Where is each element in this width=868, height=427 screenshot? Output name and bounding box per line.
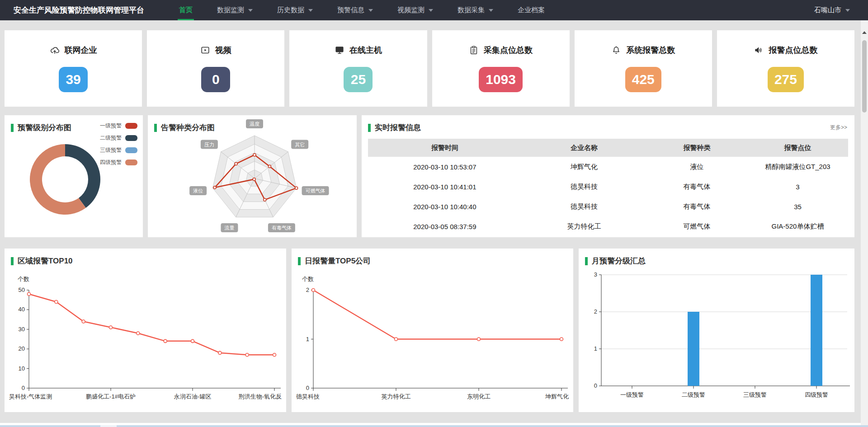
table-cell: 液位	[646, 157, 747, 177]
nav-item-label: 首页	[179, 6, 193, 14]
warning-level-pie-panel: 预警级别分布图 一级预警二级预警三级预警四级预警	[5, 115, 143, 237]
panel-title-text: 告警种类分布图	[161, 122, 215, 133]
legend-swatch	[125, 160, 137, 165]
radar-axis-label: 流量	[221, 223, 238, 232]
legend-swatch	[125, 123, 137, 129]
radar-axis-label: 液位	[189, 186, 207, 195]
nav-item-5[interactable]: 数据采集	[445, 0, 505, 20]
legend-item-3[interactable]: 四级预警	[100, 159, 137, 166]
legend-item-1[interactable]: 二级预警	[100, 134, 137, 142]
table-column-header: 报警点位	[747, 139, 848, 157]
chevron-down-icon	[308, 9, 313, 12]
nav-item-1[interactable]: 数据监测	[205, 0, 265, 20]
panel-title: 区域报警TOP10	[11, 256, 73, 266]
table-cell: 2020-03-10 10:40:40	[368, 197, 522, 216]
alarm-table-wrap: 报警时间企业名称报警种类报警点位 2020-03-10 10:53:07坤辉气化…	[368, 139, 848, 236]
svg-text:10: 10	[19, 365, 25, 372]
panel-title-text: 实时报警信息	[375, 122, 421, 133]
panel-title: 月预警分级汇总	[585, 256, 646, 266]
video-icon	[200, 45, 210, 55]
stat-card-label: 视频	[215, 45, 231, 56]
svg-text:40: 40	[19, 306, 25, 313]
radar-axis-label: 有毒气体	[268, 223, 295, 232]
clipboard-icon	[469, 45, 479, 55]
svg-text:流量: 流量	[224, 225, 234, 230]
svg-text:2: 2	[594, 308, 597, 315]
chevron-down-icon	[368, 9, 373, 12]
legend-label: 二级预警	[100, 134, 122, 142]
stat-card-0: 联网企业39	[5, 30, 142, 107]
panel-title-text: 月预警分级汇总	[592, 256, 646, 266]
nav-item-2[interactable]: 历史数据	[265, 0, 325, 20]
table-cell: 2020-03-05 08:37:59	[368, 216, 522, 236]
legend-swatch	[125, 135, 137, 141]
svg-text:荆洪生物-氧化反: 荆洪生物-氧化反	[239, 393, 282, 400]
stat-card-head: 在线主机	[335, 45, 382, 56]
panel-title-text: 区域报警TOP10	[18, 256, 73, 266]
table-cell: 3	[747, 177, 848, 197]
chevron-down-icon	[489, 9, 493, 12]
radar-axis-label: 温度	[246, 119, 263, 128]
svg-text:20: 20	[19, 345, 25, 352]
svg-text:永润石油-罐区: 永润石油-罐区	[174, 393, 211, 400]
speaker-icon	[754, 45, 764, 55]
region-selector[interactable]: 石嘴山市	[814, 6, 850, 14]
svg-text:压力: 压力	[204, 142, 214, 147]
table-cell: 有毒气体	[646, 197, 747, 216]
svg-text:30: 30	[19, 326, 25, 333]
stat-card-value-badge: 425	[625, 67, 661, 92]
legend-swatch	[125, 147, 137, 153]
nav-item-4[interactable]: 视频监测	[385, 0, 445, 20]
legend-item-2[interactable]: 三级预警	[100, 146, 137, 154]
table-cell: 可燃气体	[646, 216, 747, 236]
nav-item-3[interactable]: 预警信息	[325, 0, 385, 20]
legend-item-0[interactable]: 一级预警	[100, 122, 137, 130]
alarm-type-radar-chart: 温度其它可燃气体有毒气体流量液位压力	[148, 115, 357, 237]
nav-item-label: 数据采集	[458, 6, 485, 14]
svg-text:东明化工: 东明化工	[467, 393, 491, 400]
svg-text:1: 1	[306, 336, 309, 343]
more-link[interactable]: 更多>>	[830, 124, 847, 131]
bell-icon	[611, 45, 621, 55]
table-cell: 有毒气体	[646, 177, 747, 197]
nav-item-6[interactable]: 企业档案	[505, 0, 557, 20]
panel-title-text: 预警级别分布图	[18, 122, 71, 133]
panel-title: 日报警量TOP5公司	[298, 256, 371, 266]
stat-card-head: 系统报警总数	[611, 45, 675, 56]
main-menu: 首页数据监测历史数据预警信息视频监测数据采集企业档案	[167, 0, 557, 20]
stat-card-head: 采集点位总数	[469, 45, 533, 56]
table-header-row: 报警时间企业名称报警种类报警点位	[368, 139, 848, 157]
daily-top5-panel: 日报警量TOP5公司 个数012德昊科技英力特化工东明化工坤辉气化	[292, 249, 573, 412]
horizontal-scrollbar-thumb[interactable]	[100, 425, 117, 427]
region-top10-line-chart: 个数01020304050昊科技-气体监测鹏盛化工-1#电石炉永润石油-罐区荆洪…	[8, 268, 283, 408]
svg-text:3: 3	[594, 271, 597, 278]
nav-item-label: 数据监测	[217, 6, 244, 14]
svg-text:其它: 其它	[295, 142, 305, 147]
vertical-scrollbar-thumb[interactable]	[862, 40, 867, 113]
radar-axis-label: 压力	[201, 140, 218, 149]
vertical-scrollbar[interactable]	[861, 20, 868, 425]
svg-text:2: 2	[306, 286, 309, 293]
stat-card-value-badge: 39	[59, 67, 88, 92]
title-marker	[585, 257, 588, 265]
svg-text:有毒气体: 有毒气体	[272, 225, 292, 230]
nav-item-label: 企业档案	[518, 6, 545, 14]
region-label: 石嘴山市	[814, 6, 841, 14]
stat-cards-row: 联网企业39视频0在线主机25采集点位总数1093系统报警总数425报警点位总数…	[5, 30, 854, 107]
monthly-levels-bar-chart: 0123一级预警二级预警三级预警四级预警	[582, 267, 852, 408]
table-cell: 德昊科技	[522, 177, 646, 197]
table-row: 2020-03-05 08:37:59英力特化工可燃气体GIA-520单体贮槽	[368, 216, 848, 236]
legend-label: 四级预警	[100, 159, 122, 166]
svg-text:一级预警: 一级预警	[620, 391, 644, 398]
horizontal-scrollbar[interactable]	[0, 425, 868, 427]
region-top10-panel: 区域报警TOP10 个数01020304050昊科技-气体监测鹏盛化工-1#电石…	[5, 249, 286, 412]
panel-title: 预警级别分布图	[11, 122, 71, 133]
nav-item-0[interactable]: 首页	[167, 0, 205, 20]
panel-title-text: 日报警量TOP5公司	[305, 256, 371, 266]
radar-axis-label: 其它	[291, 140, 308, 149]
scroll-up-icon[interactable]	[862, 31, 867, 34]
table-cell: 精醇南罐液位GT_203	[747, 157, 848, 177]
title-marker	[154, 124, 157, 132]
nav-item-label: 历史数据	[277, 6, 304, 14]
alarm-type-radar-panel: 告警种类分布图 温度其它可燃气体有毒气体流量液位压力	[148, 115, 357, 237]
